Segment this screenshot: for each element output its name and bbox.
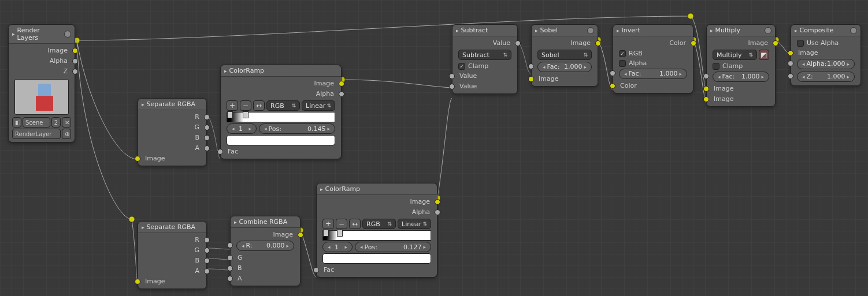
preview-icon[interactable]	[64, 31, 71, 38]
node-header[interactable]: ▸ Render Layers	[9, 25, 75, 44]
node-header[interactable]: ▸ Subtract	[452, 25, 517, 36]
socket-in-image1[interactable]	[703, 86, 709, 92]
fac-field[interactable]: ◂Fac:1.000▸	[537, 62, 592, 72]
scene-name[interactable]: Scene	[23, 117, 50, 128]
ramp-pos-field[interactable]: ◂Pos:0.127▸	[355, 242, 431, 252]
socket-in-value1[interactable]	[449, 73, 455, 79]
socket-out-a[interactable]	[204, 268, 210, 274]
socket-out-r[interactable]	[204, 237, 210, 243]
socket-out-alpha[interactable]	[72, 58, 78, 64]
node-header[interactable]: ▸ ColorRamp	[221, 65, 341, 77]
ramp-interp-dropdown[interactable]: Linear⇅	[302, 100, 335, 111]
math-op-dropdown[interactable]: Subtract⇅	[458, 50, 511, 60]
socket-out-b[interactable]	[204, 258, 210, 264]
socket-in-image[interactable]	[135, 279, 140, 284]
scene-browse-icon[interactable]: ◧	[12, 117, 21, 128]
node-header[interactable]: ▸ Separate RGBA	[138, 99, 206, 110]
collapse-icon[interactable]: ▸	[142, 224, 144, 230]
node-header[interactable]: ▸ Separate RGBA	[138, 222, 206, 233]
node-composite[interactable]: ▸ Composite Use Alpha Image ◂Alpha:1.000…	[791, 24, 861, 86]
collapse-icon[interactable]: ▸	[456, 28, 459, 33]
z-field[interactable]: ◂Z:1.000▸	[797, 72, 855, 82]
collapse-icon[interactable]: ▸	[795, 28, 797, 33]
socket-out-alpha[interactable]	[339, 91, 344, 97]
collapse-icon[interactable]: ▸	[142, 102, 144, 107]
preview-icon[interactable]	[765, 27, 771, 34]
socket-out-z[interactable]	[72, 69, 78, 74]
socket-in-alpha[interactable]	[788, 61, 793, 66]
preview-icon[interactable]	[587, 27, 594, 34]
ramp-remove-button[interactable]: −	[240, 100, 251, 111]
scene-selector[interactable]: ◧ Scene 2 ✕	[12, 117, 71, 128]
collapse-icon[interactable]: ▸	[535, 28, 538, 33]
node-header[interactable]: ▸ Sobel	[532, 25, 598, 36]
node-separate-rgba-2[interactable]: ▸ Separate RGBA R G B A Image	[138, 221, 207, 289]
ramp-add-button[interactable]: +	[227, 100, 238, 111]
socket-in-fac[interactable]	[610, 70, 615, 76]
socket-in-b[interactable]	[227, 265, 233, 271]
socket-out-image[interactable]	[72, 48, 78, 54]
collapse-icon[interactable]: ▸	[12, 31, 15, 37]
socket-in-z[interactable]	[788, 73, 793, 79]
collapse-icon[interactable]: ▸	[617, 28, 620, 33]
ramp-add-button[interactable]: +	[322, 219, 334, 229]
scene-delete-icon[interactable]: ✕	[62, 117, 71, 128]
blend-mode-dropdown[interactable]: Multiply⇅	[713, 50, 757, 60]
collapse-icon[interactable]: ▸	[320, 186, 323, 192]
node-multiply[interactable]: ▸ Multiply Image Multiply⇅ ◩ Clamp ◂Fac:…	[706, 24, 776, 107]
scene-users[interactable]: 2	[51, 117, 61, 128]
use-alpha-checkbox[interactable]: Use Alpha	[791, 38, 860, 48]
socket-out-alpha[interactable]	[435, 209, 440, 215]
fac-field[interactable]: ◂Fac:1.000▸	[713, 72, 769, 82]
ramp-gradient[interactable]	[227, 112, 335, 122]
socket-in-a[interactable]	[227, 276, 233, 282]
clamp-checkbox[interactable]: Clamp	[707, 61, 775, 71]
ramp-flip-button[interactable]: ↔	[253, 100, 265, 111]
filter-type-dropdown[interactable]: Sobel⇅	[537, 50, 592, 60]
socket-in-image2[interactable]	[703, 96, 709, 102]
socket-out-b[interactable]	[204, 135, 210, 141]
node-header[interactable]: ▸ Combine RGBA	[231, 216, 300, 228]
socket-out-value[interactable]	[515, 40, 521, 46]
node-separate-rgba-1[interactable]: ▸ Separate RGBA R G B A Image	[138, 98, 207, 166]
ramp-flip-button[interactable]: ↔	[349, 219, 361, 229]
layer-selector[interactable]: RenderLayer ⊕	[12, 129, 71, 139]
fac-field[interactable]: ◂Fac:1.000▸	[619, 69, 687, 79]
ramp-interp-dropdown[interactable]: Linear⇅	[398, 219, 431, 229]
ramp-color-swatch[interactable]	[322, 253, 431, 264]
ramp-remove-button[interactable]: −	[336, 219, 347, 229]
socket-out-image[interactable]	[298, 232, 303, 238]
ramp-mode-dropdown[interactable]: RGB⇅	[266, 100, 300, 111]
node-colorramp-2[interactable]: ▸ ColorRamp Image Alpha + − ↔ RGB⇅ Linea…	[316, 183, 437, 278]
socket-in-image[interactable]	[135, 156, 140, 162]
socket-out-image[interactable]	[435, 199, 440, 205]
socket-out-image[interactable]	[339, 81, 344, 87]
socket-out-image[interactable]	[773, 40, 778, 46]
ramp-gradient[interactable]	[322, 230, 431, 241]
alpha-field[interactable]: ◂Alpha:1.000▸	[797, 59, 855, 69]
socket-out-a[interactable]	[204, 145, 210, 151]
socket-out-color[interactable]	[691, 40, 696, 46]
ramp-mode-dropdown[interactable]: RGB⇅	[362, 219, 396, 229]
socket-out-g[interactable]	[204, 248, 210, 253]
node-render-layers[interactable]: ▸ Render Layers Image Alpha Z ◧ Scene 2 …	[8, 24, 75, 143]
node-header[interactable]: ▸ ColorRamp	[317, 183, 437, 195]
socket-in-fac[interactable]	[217, 149, 223, 155]
layer-name[interactable]: RenderLayer	[12, 129, 61, 139]
preview-icon[interactable]	[850, 27, 857, 34]
socket-out-g[interactable]	[204, 125, 210, 130]
node-invert[interactable]: ▸ Invert Color RGB Alpha ◂Fac:1.000▸ Col…	[613, 24, 693, 93]
socket-in-color[interactable]	[610, 83, 615, 89]
ramp-color-swatch[interactable]	[227, 135, 335, 145]
collapse-icon[interactable]: ▸	[710, 28, 713, 33]
socket-out-r[interactable]	[204, 114, 210, 120]
layer-pin-icon[interactable]: ⊕	[62, 129, 71, 139]
socket-in-fac[interactable]	[703, 73, 709, 79]
socket-in-value2[interactable]	[449, 84, 455, 89]
node-colorramp-1[interactable]: ▸ ColorRamp Image Alpha + − ↔ RGB⇅ Linea…	[220, 65, 342, 159]
socket-in-g[interactable]	[227, 255, 233, 261]
collapse-icon[interactable]: ▸	[224, 68, 227, 74]
node-subtract[interactable]: ▸ Subtract Value Subtract⇅ Clamp Value V…	[452, 24, 518, 94]
color-picker-icon[interactable]: ◩	[759, 50, 769, 60]
socket-in-fac[interactable]	[528, 63, 534, 69]
